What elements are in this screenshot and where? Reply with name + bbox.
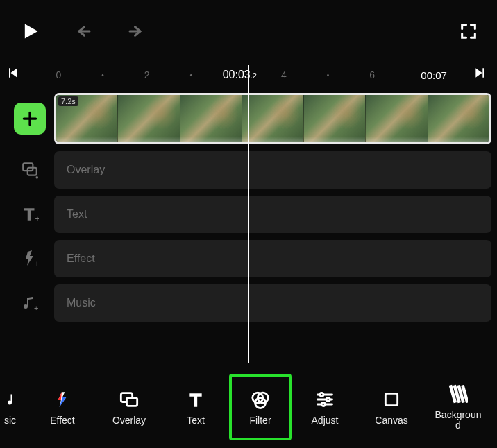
svg-text:+: + (35, 214, 39, 223)
clip-thumbnail (428, 95, 489, 142)
tool-effect[interactable]: Effect (29, 389, 96, 426)
ruler-tick: 6 (369, 69, 375, 80)
clip-thumbnail (366, 95, 428, 142)
skip-start-button[interactable] (6, 66, 24, 84)
bolt-icon (52, 389, 73, 410)
bottom-toolbar: sic Effect Overlay Text Filter Adjust (0, 370, 497, 448)
undo-button[interactable] (72, 17, 100, 45)
clip-duration-badge: 7.2s (58, 96, 78, 106)
ruler-track[interactable]: 0 • 2 • 00:03.2 4 • 6 00:07 (28, 62, 469, 87)
overlay-track[interactable]: Overlay (54, 151, 491, 189)
text-track[interactable]: Text (54, 196, 491, 233)
fullscreen-button[interactable] (457, 19, 480, 43)
overlay-icon (119, 389, 140, 410)
filter-icon (250, 389, 271, 410)
clip-thumbnail (180, 95, 242, 142)
track-label: Text (67, 208, 87, 221)
tool-background[interactable]: Backgroun d (425, 384, 491, 430)
canvas-icon (381, 389, 402, 410)
play-button[interactable] (17, 17, 44, 45)
text-icon (185, 389, 206, 410)
add-clip-button[interactable] (14, 103, 46, 135)
current-time: 00:03.2 (223, 69, 257, 81)
top-controls (0, 0, 497, 62)
svg-text:+: + (34, 304, 38, 311)
total-time: 00:07 (421, 69, 447, 81)
clip-thumbnail (118, 95, 180, 142)
tool-label: Overlay (112, 415, 146, 426)
music-add-icon[interactable]: + (14, 287, 46, 319)
tool-label: Adjust (312, 415, 339, 426)
tool-music-partial[interactable]: sic (3, 389, 29, 426)
tool-canvas[interactable]: Canvas (358, 389, 425, 426)
background-icon (448, 384, 469, 404)
music-track[interactable]: Music (54, 284, 491, 322)
adjust-icon (314, 389, 335, 410)
ruler-tick: 4 (281, 69, 287, 80)
tool-text[interactable]: Text (162, 389, 229, 426)
track-label: Music (67, 297, 96, 309)
effect-add-icon[interactable]: + (14, 243, 46, 275)
tool-label: sic (3, 415, 29, 426)
redo-button[interactable] (119, 17, 147, 45)
tool-label: Filter (249, 415, 271, 426)
music-icon (1, 389, 22, 410)
ruler-dot: • (327, 71, 330, 79)
svg-rect-10 (127, 397, 137, 406)
tool-label: Canvas (375, 415, 407, 426)
ruler-dot: • (190, 71, 193, 79)
svg-point-14 (320, 393, 323, 396)
ruler-tick: 2 (144, 69, 150, 80)
text-add-icon[interactable]: + (14, 198, 46, 230)
effect-track[interactable]: Effect (54, 240, 491, 277)
tool-label: Effect (50, 415, 75, 426)
clip-thumbnail (304, 95, 366, 142)
svg-point-15 (326, 397, 330, 401)
ruler-dot: • (101, 71, 104, 79)
clip-thumbnail (242, 95, 304, 142)
tracks-area: 7.2s Overlay + Text (0, 87, 497, 329)
overlay-add-icon[interactable] (14, 154, 46, 186)
svg-rect-8 (11, 394, 12, 402)
svg-text:+: + (35, 259, 38, 267)
tool-overlay[interactable]: Overlay (96, 389, 162, 426)
video-clip[interactable]: 7.2s (54, 93, 491, 144)
svg-point-16 (321, 402, 325, 406)
track-label: Overlay (67, 164, 105, 176)
svg-rect-17 (385, 393, 397, 405)
track-label: Effect (67, 252, 95, 265)
timeline-ruler: 0 • 2 • 00:03.2 4 • 6 00:07 (0, 62, 497, 87)
skip-end-button[interactable] (473, 66, 491, 84)
tool-filter[interactable]: Filter (229, 374, 292, 440)
ruler-tick: 0 (56, 69, 62, 80)
tool-label: Backgroun d (435, 410, 482, 430)
svg-rect-5 (27, 298, 28, 306)
tool-adjust[interactable]: Adjust (292, 389, 358, 426)
tool-label: Text (187, 415, 205, 426)
